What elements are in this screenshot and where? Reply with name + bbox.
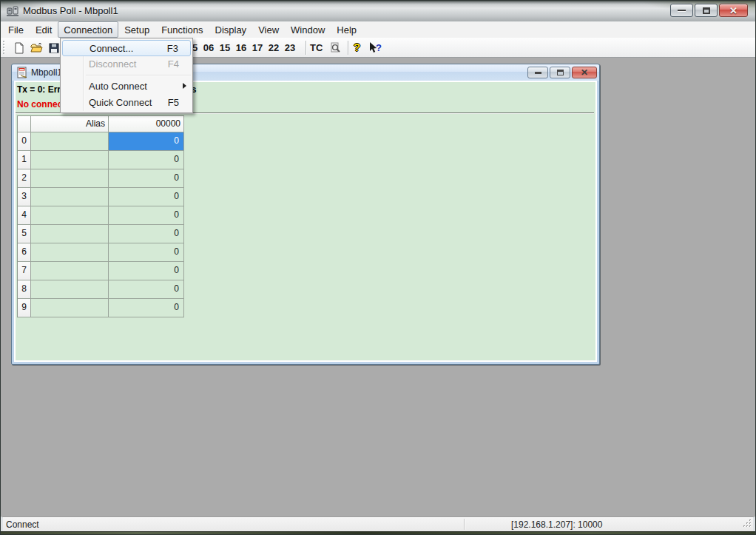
- row-header-6: 6: [18, 243, 31, 262]
- menu-item-disconnect: DisconnectF4: [61, 56, 192, 73]
- grid-row-5: 50: [18, 225, 184, 243]
- menubar-item-connection[interactable]: Connection: [58, 21, 118, 38]
- alias-cell-7[interactable]: [31, 262, 109, 280]
- restore-button[interactable]: [695, 4, 718, 17]
- restore-icon: [703, 7, 710, 14]
- statusbar: Connect [192.168.1.207]: 10000: [1, 517, 755, 531]
- toolbar-separator: [348, 41, 348, 55]
- grid-row-3: 30: [18, 188, 184, 206]
- menubar-item-display[interactable]: Display: [209, 21, 253, 38]
- toolbar-function-15[interactable]: 15: [217, 41, 233, 55]
- window-title: Modbus Poll - Mbpoll1: [23, 5, 118, 16]
- about-help-icon: ?: [354, 41, 360, 53]
- alias-cell-6[interactable]: [31, 243, 109, 262]
- alias-cell-9[interactable]: [31, 299, 109, 317]
- menubar-item-window[interactable]: Window: [285, 21, 331, 38]
- about-help-button[interactable]: ?: [354, 41, 360, 53]
- child-window-title: Mbpoll1: [31, 67, 62, 78]
- row-header-1: 1: [18, 151, 31, 169]
- alias-cell-0[interactable]: [31, 132, 109, 151]
- new-document-button[interactable]: [13, 41, 26, 54]
- register-grid: Alias0000000102030405060708090: [17, 115, 184, 317]
- document-icon: [16, 67, 28, 81]
- row-header-8: 8: [18, 280, 31, 299]
- value-cell-7[interactable]: 0: [109, 262, 184, 280]
- close-button[interactable]: ✕: [719, 4, 748, 17]
- app-window: Modbus Poll - Mbpoll1 ✕ FileEditConnecti…: [0, 0, 756, 535]
- value-cell-1[interactable]: 0: [109, 151, 184, 169]
- menubar-item-edit[interactable]: Edit: [30, 21, 58, 38]
- connection-menu: Connect...F3DisconnectF4Auto ConnectQuic…: [60, 38, 193, 113]
- child-restore-button[interactable]: [550, 67, 570, 78]
- grid-row-4: 40: [18, 206, 184, 225]
- value-cell-6[interactable]: 0: [109, 243, 184, 262]
- close-icon: ✕: [581, 68, 588, 77]
- child-close-button[interactable]: ✕: [572, 67, 597, 78]
- display-magnifier-icon: [329, 41, 342, 54]
- row-header-4: 4: [18, 206, 31, 225]
- menu-item-shortcut: F3: [167, 43, 178, 54]
- alias-cell-5[interactable]: [31, 225, 109, 243]
- toolbar-function-22[interactable]: 22: [266, 41, 282, 55]
- open-file-button[interactable]: [30, 41, 44, 54]
- menubar-item-help[interactable]: Help: [331, 21, 362, 38]
- value-cell-0[interactable]: 0: [109, 132, 184, 151]
- resize-grip-icon[interactable]: [743, 519, 752, 530]
- display-setup-button[interactable]: [328, 41, 342, 54]
- value-cell-5[interactable]: 0: [109, 225, 184, 243]
- minimize-icon: [535, 72, 541, 74]
- alias-cell-4[interactable]: [31, 206, 109, 225]
- open-file-icon: [30, 42, 44, 54]
- child-minimize-button[interactable]: [527, 67, 548, 78]
- alias-cell-8[interactable]: [31, 280, 109, 299]
- menu-item-label: Disconnect: [89, 58, 136, 70]
- menu-item-quick-connect[interactable]: Quick ConnectF5: [61, 95, 192, 111]
- value-cell-3[interactable]: 0: [109, 188, 184, 206]
- test-center-button[interactable]: TC: [310, 42, 323, 53]
- value-cell-8[interactable]: 0: [109, 280, 184, 299]
- toolbar-function-23[interactable]: 23: [282, 41, 298, 55]
- minimize-button[interactable]: [670, 4, 693, 17]
- alias-cell-1[interactable]: [31, 151, 109, 169]
- context-help-button[interactable]: ?: [368, 41, 384, 54]
- menu-item-connect[interactable]: Connect...F3: [62, 40, 191, 56]
- value-cell-2[interactable]: 0: [109, 169, 184, 188]
- toolbar-function-17[interactable]: 17: [249, 41, 266, 55]
- alias-cell-2[interactable]: [31, 169, 109, 188]
- function-code-buttons: 05061516172223: [184, 41, 298, 55]
- grid-row-0: 00: [18, 132, 184, 151]
- titlebar: Modbus Poll - Mbpoll1 ✕: [1, 1, 755, 21]
- toolbar-separator: [306, 41, 306, 55]
- poll-view: Tx = 0: Err = 0: ID = 1: F = 03: SR = 10…: [16, 82, 595, 360]
- statusbar-connection-address: [192.168.1.207]: 10000: [511, 519, 602, 530]
- statusbar-hint: Connect: [6, 519, 39, 530]
- grid-row-9: 90: [18, 299, 184, 317]
- menu-item-shortcut: F5: [168, 97, 179, 108]
- toolbar-function-16[interactable]: 16: [233, 41, 249, 55]
- grid-row-8: 80: [18, 280, 184, 299]
- menubar-item-functions[interactable]: Functions: [155, 21, 209, 38]
- close-icon: ✕: [729, 6, 738, 16]
- value-cell-9[interactable]: 0: [109, 299, 184, 317]
- row-header-9: 9: [18, 299, 31, 317]
- row-header-5: 5: [18, 225, 31, 243]
- menubar-item-file[interactable]: File: [2, 21, 30, 38]
- svg-text:?: ?: [376, 42, 382, 53]
- toolbar-function-06[interactable]: 06: [200, 41, 217, 55]
- new-document-icon: [13, 42, 25, 54]
- grid-header-address: 00000: [109, 116, 184, 132]
- save-button[interactable]: [47, 41, 61, 54]
- value-cell-4[interactable]: 0: [109, 206, 184, 225]
- context-help-icon: ?: [368, 41, 384, 54]
- grid-header-row: Alias00000: [18, 116, 184, 132]
- menu-item-auto-connect[interactable]: Auto Connect: [61, 78, 192, 95]
- row-header-0: 0: [18, 132, 31, 151]
- minimize-icon: [678, 10, 686, 12]
- grid-header-alias: Alias: [31, 116, 109, 132]
- alias-cell-3[interactable]: [31, 188, 109, 206]
- menubar-item-view[interactable]: View: [252, 21, 285, 38]
- mdi-area: Mbpoll1 ✕ Tx = 0: Err = 0: ID = 1: F = 0…: [1, 58, 755, 517]
- submenu-arrow-icon: [183, 83, 186, 89]
- menubar-item-setup[interactable]: Setup: [118, 21, 155, 38]
- toolbar-grip[interactable]: [3, 41, 6, 54]
